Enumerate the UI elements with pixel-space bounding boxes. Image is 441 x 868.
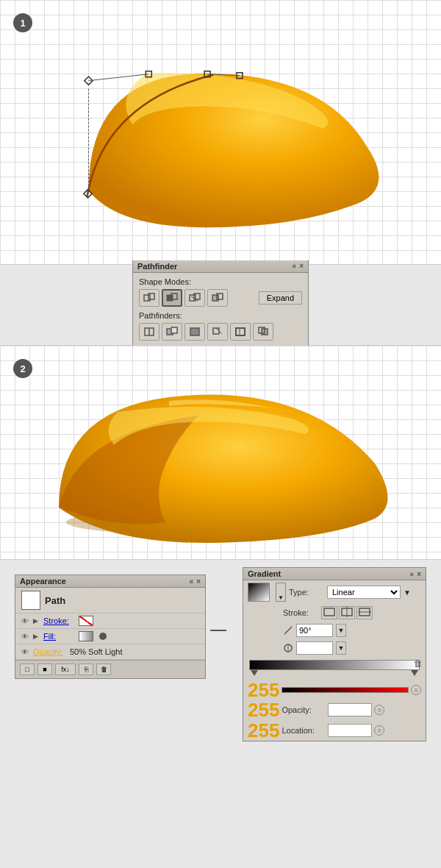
svg-rect-12 xyxy=(190,295,196,301)
opacity-label-grad: Opacity: xyxy=(282,705,326,714)
appearance-title: Appearance xyxy=(20,577,66,586)
shape-modes-label: Shape Modes: xyxy=(139,277,302,286)
close-icon[interactable]: × xyxy=(299,262,304,270)
svg-rect-9 xyxy=(148,294,154,299)
fill-swatch[interactable] xyxy=(79,631,93,641)
aspect-input[interactable] xyxy=(296,641,333,655)
gradient-angle-row: ▼ xyxy=(243,622,426,639)
fill-visibility-icon[interactable]: 👁 xyxy=(20,631,30,641)
red-row: 255 ○ xyxy=(243,679,426,700)
copy-item-btn[interactable]: ⎘ xyxy=(79,664,93,675)
r-value: 255 xyxy=(248,680,279,700)
red-circle-btn[interactable]: ○ xyxy=(411,685,421,695)
gradient-titlebar: Gradient « × xyxy=(243,568,426,580)
pathfinder-panel: Pathfinder « × Shape Modes: xyxy=(132,260,309,350)
aspect-icon xyxy=(283,643,293,653)
angle-dropdown-arrow[interactable]: ▼ xyxy=(336,624,346,637)
outline-btn[interactable] xyxy=(230,323,251,341)
gradient-panel: Gradient « × ▼ Type: Linear ▼ Stroke: xyxy=(243,567,426,741)
pathfinders-label: Pathfinders: xyxy=(139,311,302,320)
fx-btn[interactable]: fx↓ xyxy=(55,664,76,675)
svg-line-34 xyxy=(288,627,292,630)
gradient-double-arrow[interactable]: « xyxy=(410,570,415,578)
stroke-label-grad: Stroke: xyxy=(283,608,318,617)
appearance-titlebar: Appearance « × xyxy=(15,575,205,588)
gradient-type-row: ▼ Type: Linear ▼ xyxy=(243,580,426,604)
gradient-titlebar-icons: « × xyxy=(410,570,421,578)
shape-modes-row: Expand xyxy=(139,289,302,307)
gradient-bar[interactable] xyxy=(249,660,420,670)
step-badge-1: 1 xyxy=(13,13,32,32)
panel-titlebar-icons: « × xyxy=(293,262,304,270)
unite-btn[interactable] xyxy=(139,289,159,307)
angle-icon xyxy=(283,625,293,636)
connector-dot xyxy=(99,633,107,640)
stroke-swatch[interactable] xyxy=(79,616,93,626)
appearance-close[interactable]: × xyxy=(196,577,201,586)
double-arrow-icon[interactable]: « xyxy=(293,262,297,270)
location-row-grad: 255 Location: ○ xyxy=(243,720,426,741)
gradient-delete-icon[interactable]: 🗑 xyxy=(414,658,423,669)
divide-btn[interactable] xyxy=(139,323,159,341)
stroke-visibility-icon[interactable]: 👁 xyxy=(20,616,30,626)
path-label: Path xyxy=(45,595,65,606)
svg-rect-22 xyxy=(213,328,219,334)
b-value: 255 xyxy=(248,721,279,740)
fill-label[interactable]: Fill: xyxy=(43,632,76,641)
minus-back-btn[interactable] xyxy=(253,323,273,341)
fill-expand-icon[interactable]: ▶ xyxy=(33,633,40,640)
svg-line-35 xyxy=(284,630,288,634)
red-bar[interactable] xyxy=(282,687,409,693)
opacity-input[interactable] xyxy=(328,703,372,716)
path-title-row: Path xyxy=(15,588,205,613)
shape-illustration-2 xyxy=(0,346,441,559)
type-dropdown[interactable]: Linear xyxy=(327,586,401,599)
svg-rect-8 xyxy=(144,295,150,301)
trim-btn[interactable] xyxy=(162,323,182,341)
stroke-btn-3[interactable] xyxy=(356,606,373,619)
bottom-section: Appearance « × Path 👁 ▶ Stroke: 👁 ▶ Fill… xyxy=(0,559,441,772)
gradient-stop-left[interactable] xyxy=(251,670,258,676)
svg-rect-20 xyxy=(171,327,177,333)
appearance-double-arrow[interactable]: « xyxy=(190,577,194,586)
svg-rect-10 xyxy=(167,295,173,301)
expand-btn[interactable]: Expand xyxy=(259,291,302,305)
gradient-title: Gradient xyxy=(248,569,281,578)
appearance-titlebar-icons: « × xyxy=(190,577,201,586)
pathfinder-title: Pathfinder xyxy=(137,262,177,271)
fill-row: 👁 ▶ Fill: xyxy=(15,629,205,644)
opacity-visibility-icon[interactable]: 👁 xyxy=(20,647,30,657)
svg-line-14 xyxy=(191,296,198,301)
gradient-swatch-arrow[interactable]: ▼ xyxy=(276,583,286,602)
opacity-row: 👁 Opacity: 50% Soft Light xyxy=(15,644,205,660)
stroke-btn-2[interactable] xyxy=(339,606,355,619)
add-new-fill-btn[interactable]: ■ xyxy=(37,664,52,675)
type-label: Type: xyxy=(289,588,324,597)
svg-rect-29 xyxy=(324,608,334,616)
add-new-stroke-btn[interactable]: □ xyxy=(20,664,35,675)
canvas-section-1: 1 xyxy=(0,0,441,265)
path-swatch xyxy=(21,591,40,610)
stroke-btn-1[interactable] xyxy=(321,606,337,619)
canvas-section-2: 2 xyxy=(0,346,441,559)
opacity-label[interactable]: Opacity: xyxy=(33,647,65,656)
aspect-dropdown-arrow[interactable]: ▼ xyxy=(336,641,346,655)
intersect-btn[interactable] xyxy=(162,289,182,307)
opacity-circle-btn[interactable]: ○ xyxy=(374,705,384,715)
minus-front-btn[interactable] xyxy=(207,289,228,307)
svg-rect-21 xyxy=(190,328,199,335)
stroke-expand-icon[interactable]: ▶ xyxy=(33,617,40,625)
stroke-label[interactable]: Stroke: xyxy=(43,616,76,625)
merge-btn[interactable] xyxy=(184,323,205,341)
angle-input[interactable] xyxy=(296,624,333,637)
exclude-btn[interactable] xyxy=(184,289,205,307)
gradient-stop-right[interactable] xyxy=(411,670,418,676)
location-circle-btn[interactable]: ○ xyxy=(374,725,384,736)
opacity-value: 50% Soft Light xyxy=(70,647,123,656)
delete-item-btn[interactable]: 🗑 xyxy=(96,664,111,675)
g-value: 255 xyxy=(248,700,279,719)
gradient-close[interactable]: × xyxy=(417,570,421,578)
crop-btn[interactable] xyxy=(207,323,228,341)
location-input[interactable] xyxy=(328,724,372,737)
location-label-grad: Location: xyxy=(282,726,326,735)
